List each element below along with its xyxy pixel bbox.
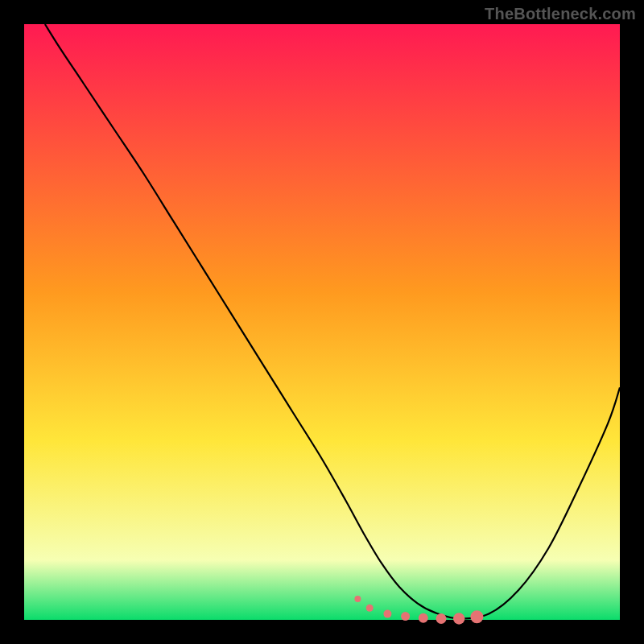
highlight-marker xyxy=(453,613,464,624)
watermark-text: TheBottleneck.com xyxy=(485,5,636,23)
highlight-marker xyxy=(366,605,374,612)
chart-stage: TheBottleneck.com xyxy=(0,0,644,644)
highlight-marker xyxy=(470,610,483,623)
highlight-marker xyxy=(401,612,410,621)
plot-background xyxy=(24,24,620,620)
chart-svg xyxy=(0,0,644,644)
highlight-marker xyxy=(354,596,361,602)
highlight-marker xyxy=(419,613,428,623)
highlight-marker xyxy=(436,613,447,624)
highlight-marker xyxy=(383,610,391,618)
